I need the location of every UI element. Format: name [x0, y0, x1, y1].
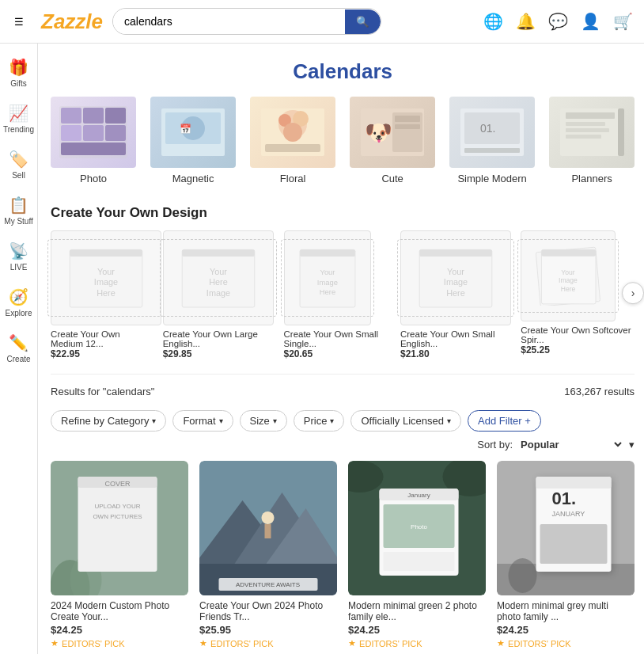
sidebar-item-explore[interactable]: 🧭 Explore	[0, 281, 37, 324]
create-card-4-name: Create Your Own Softcover Spir...	[521, 325, 635, 344]
svg-rect-17	[265, 144, 320, 152]
category-floral-label: Floral	[280, 173, 306, 184]
create-card-4-price: $25.25	[521, 344, 635, 356]
product-card-0[interactable]: COVER UPLOAD YOUR OWN PICTURES 2024 Mode…	[51, 461, 188, 648]
create-card-1-name: Create Your Own Large English...	[163, 329, 276, 348]
create-card-3[interactable]: Your Image Here Create Your Own Small En…	[400, 230, 513, 359]
svg-text:Image: Image	[559, 276, 578, 284]
svg-rect-55	[542, 249, 597, 257]
star-icon-2: ★	[348, 638, 356, 648]
product-card-3-img: 01. JANUARY	[497, 461, 635, 595]
star-icon-3: ★	[497, 638, 505, 648]
svg-text:JANUARY: JANUARY	[552, 510, 585, 518]
svg-point-16	[283, 123, 302, 142]
product-card-0-editors-pick: ★ EDITORS' PICK	[51, 638, 188, 648]
sidebar-item-sell[interactable]: 🏷️ Sell	[0, 143, 37, 186]
sort-select[interactable]: Popular Newest Price: Low to High Price:…	[517, 438, 624, 451]
svg-rect-44	[300, 249, 355, 257]
bell-icon[interactable]: 🔔	[516, 12, 536, 31]
svg-rect-3	[105, 108, 126, 124]
create-card-4[interactable]: Your Image Here Create Your Own Softcove…	[521, 230, 635, 359]
svg-text:Image: Image	[206, 288, 230, 298]
filter-bar: Refine by Category ▾ Format ▾ Size ▾ Pri…	[51, 404, 635, 461]
hamburger-icon[interactable]: ☰	[11, 13, 27, 31]
svg-rect-5	[83, 125, 104, 141]
svg-text:Your: Your	[447, 267, 464, 276]
svg-rect-2	[83, 108, 104, 124]
create-card-2[interactable]: Your Image Here Create Your Own Small Si…	[284, 230, 392, 359]
filter-price-label: Price	[304, 415, 328, 427]
sidebar-item-mystuff-label: My Stuff	[4, 217, 33, 226]
product-card-1[interactable]: ADVENTURE AWAITS Create Your Own 2024 Ph…	[199, 461, 337, 648]
results-count: 163,267 results	[564, 386, 635, 397]
add-filter-button[interactable]: Add Filter +	[468, 410, 541, 432]
product-card-2-price: $24.25	[348, 624, 486, 636]
trending-icon: 📈	[9, 104, 28, 123]
svg-rect-28	[566, 112, 615, 119]
category-simple-label: Simple Modern	[457, 173, 526, 184]
product-card-2[interactable]: January Photo Modern minimal green 2 pho…	[348, 461, 486, 648]
filter-price-button[interactable]: Price ▾	[294, 410, 345, 432]
create-card-2-price: $20.65	[284, 348, 392, 359]
sidebar-item-live[interactable]: 📡 LIVE	[0, 235, 37, 278]
svg-text:Photo: Photo	[411, 523, 427, 530]
sell-icon: 🏷️	[9, 150, 28, 169]
category-planners[interactable]: Planners	[549, 97, 635, 184]
main-content: Calendars Photo	[38, 44, 644, 654]
category-floral[interactable]: Floral	[250, 97, 335, 184]
svg-text:Here: Here	[97, 288, 116, 298]
product-card-1-editors-pick: ★ EDITORS' PICK	[199, 638, 337, 648]
filter-format-button[interactable]: Format ▾	[172, 410, 233, 432]
sidebar-item-live-label: LIVE	[10, 263, 28, 272]
live-icon: 📡	[9, 241, 28, 260]
category-magnetic[interactable]: 📅 Magnetic	[150, 97, 236, 184]
chevron-down-icon: ▾	[152, 416, 156, 425]
product-card-2-editors-pick: ★ EDITORS' PICK	[348, 638, 486, 648]
search-button[interactable]: 🔍	[345, 10, 381, 34]
sidebar-item-create-label: Create	[7, 355, 31, 363]
create-card-0[interactable]: Your Image Here Create Your Own Medium 1…	[51, 230, 155, 359]
product-grid: COVER UPLOAD YOUR OWN PICTURES 2024 Mode…	[51, 461, 635, 648]
cart-icon[interactable]: 🛒	[613, 12, 633, 31]
category-cute[interactable]: 🐶 Cute	[350, 97, 435, 184]
product-card-1-price: $25.95	[199, 624, 337, 636]
category-photo-img	[51, 97, 136, 168]
sidebar-item-gifts[interactable]: 🎁 Gifts	[0, 51, 37, 94]
svg-text:Your: Your	[562, 268, 575, 276]
category-simple-modern[interactable]: 01. Simple Modern	[449, 97, 535, 184]
svg-text:Your: Your	[320, 268, 335, 276]
chat-icon[interactable]: 💬	[548, 12, 568, 31]
category-planners-label: Planners	[571, 173, 612, 184]
logo: Zazzle	[41, 10, 103, 34]
create-card-1-placeholder: Your Here Image	[160, 239, 277, 317]
create-card-1-price: $29.85	[163, 348, 276, 359]
create-row: Your Image Here Create Your Own Medium 1…	[51, 230, 635, 359]
svg-rect-1	[61, 108, 81, 124]
search-bar: calendars 🔍	[112, 8, 381, 35]
svg-rect-34	[70, 249, 142, 257]
filter-category-button[interactable]: Refine by Category ▾	[51, 410, 166, 432]
sidebar-item-trending[interactable]: 📈 Trending	[0, 97, 37, 140]
category-cute-label: Cute	[381, 173, 403, 184]
product-card-3-editors-pick: ★ EDITORS' PICK	[497, 638, 635, 648]
sort-label: Sort by:	[477, 439, 513, 451]
create-card-1[interactable]: Your Here Image Create Your Own Large En…	[163, 230, 276, 359]
svg-text:Here: Here	[209, 277, 228, 287]
svg-rect-91	[540, 524, 608, 564]
explore-icon: 🧭	[9, 287, 28, 306]
category-photo[interactable]: Photo	[51, 97, 136, 184]
star-icon-1: ★	[199, 638, 207, 648]
create-icon: ✏️	[9, 333, 28, 352]
sidebar-item-create[interactable]: ✏️ Create	[0, 327, 37, 370]
search-input[interactable]: calendars	[113, 9, 345, 34]
filter-size-button[interactable]: Size ▾	[240, 410, 287, 432]
product-card-1-img: ADVENTURE AWAITS	[199, 461, 337, 595]
user-icon[interactable]: 👤	[581, 12, 600, 31]
globe-icon[interactable]: 🌐	[483, 12, 503, 31]
filter-licensed-button[interactable]: Officially Licensed ▾	[350, 410, 461, 432]
sidebar-item-mystuff[interactable]: 📋 My Stuff	[0, 189, 37, 232]
create-row-next-button[interactable]: ›	[622, 282, 644, 304]
product-card-3[interactable]: 01. JANUARY Modern minimal grey multi ph…	[497, 461, 635, 648]
svg-text:January: January	[407, 492, 430, 499]
create-card-3-price: $21.80	[400, 348, 513, 359]
